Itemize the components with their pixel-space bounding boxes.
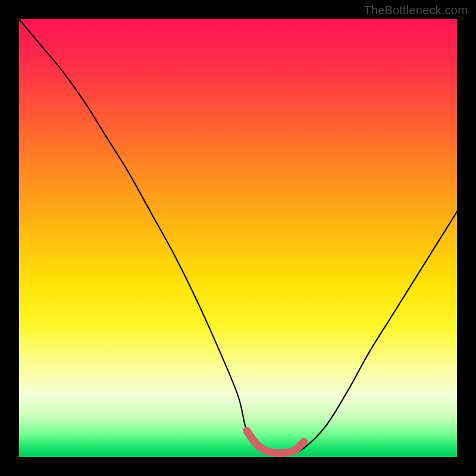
chart-frame: TheBottleneck.com	[0, 0, 476, 476]
bottleneck-curve-path	[19, 19, 457, 453]
chart-svg	[19, 19, 457, 457]
watermark-text: TheBottleneck.com	[364, 4, 468, 17]
plot-area	[19, 19, 457, 457]
optimal-zone-path	[247, 431, 304, 453]
